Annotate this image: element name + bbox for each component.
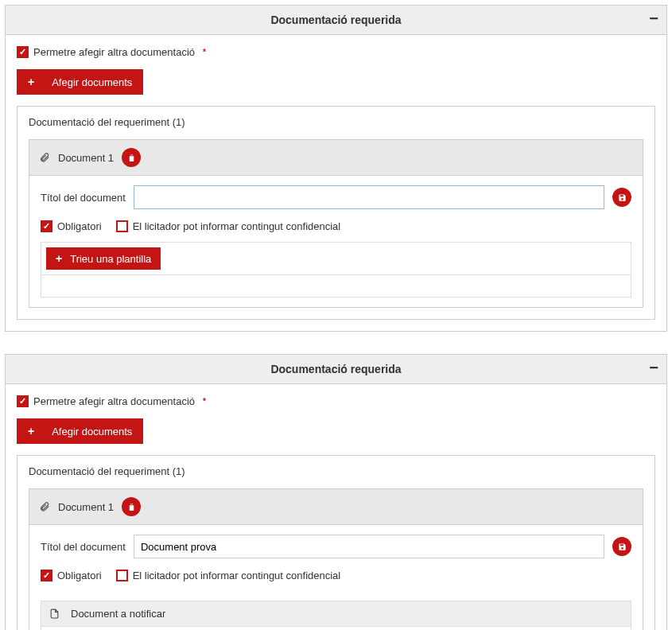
document-name: Document 1	[58, 501, 114, 513]
panel-header: Documentació requerida −	[6, 6, 666, 35]
confidential-checkbox[interactable]	[116, 570, 128, 581]
collapse-icon[interactable]: −	[649, 10, 658, 26]
delete-document-button[interactable]	[122, 148, 141, 167]
confidential-label: El licitador pot informar contingut conf…	[133, 220, 341, 232]
requirement-docs-subpanel: Documentació del requeriment (1) Documen…	[17, 106, 655, 320]
notify-block: Document a notificar /5.3.pdf	[41, 601, 631, 630]
notify-file-row: /5.3.pdf	[41, 627, 631, 630]
delete-document-button[interactable]	[122, 497, 141, 516]
allow-other-row: Permetre afegir altra documentació *	[17, 46, 655, 58]
template-empty-row	[41, 274, 631, 297]
add-documents-label: Afegir documents	[52, 426, 132, 438]
plus-icon: +	[28, 425, 34, 438]
title-label: Títol del document	[41, 541, 126, 553]
title-field-row: Títol del document	[41, 185, 631, 209]
notify-header: Document a notificar	[41, 601, 631, 627]
confidential-option: El licitador pot informar contingut conf…	[116, 220, 341, 232]
document-card: Document 1 Títol del document	[29, 139, 643, 308]
options-row: Obligatori El licitador pot informar con…	[41, 220, 631, 232]
title-label: Títol del document	[41, 192, 126, 204]
mandatory-option: Obligatori	[41, 570, 102, 581]
title-input[interactable]	[134, 185, 604, 209]
required-asterisk: *	[203, 397, 206, 406]
plus-icon: +	[28, 76, 34, 88]
requirement-docs-label: Documentació del requeriment (1)	[17, 107, 655, 139]
title-input[interactable]	[134, 535, 604, 558]
panel-body: Permetre afegir altra documentació * + A…	[6, 384, 666, 630]
panel-title: Documentació requerida	[270, 14, 401, 26]
mandatory-checkbox[interactable]	[41, 220, 52, 232]
document-body: Títol del document Obligatori	[29, 525, 643, 601]
panel-title: Documentació requerida	[270, 363, 401, 375]
allow-other-label: Permetre afegir altra documentació	[33, 46, 195, 58]
mandatory-label: Obligatori	[57, 220, 102, 232]
mandatory-checkbox[interactable]	[41, 570, 52, 581]
document-name: Document 1	[58, 152, 114, 164]
choose-template-label: Trieu una plantilla	[70, 253, 151, 265]
confidential-label: El licitador pot informar contingut conf…	[133, 570, 341, 581]
required-docs-panel: Documentació requerida − Permetre afegir…	[5, 5, 667, 332]
add-documents-button[interactable]: + Afegir documents	[17, 69, 143, 95]
collapse-icon[interactable]: −	[649, 360, 658, 375]
document-card: Document 1 Títol del document	[29, 488, 643, 630]
requirement-docs-subpanel: Documentació del requeriment (1) Documen…	[17, 455, 655, 630]
add-documents-button[interactable]: + Afegir documents	[17, 418, 143, 444]
file-icon	[49, 609, 60, 619]
choose-template-button[interactable]: + Trieu una plantilla	[46, 247, 161, 270]
confidential-checkbox[interactable]	[116, 220, 128, 232]
confidential-option: El licitador pot informar contingut conf…	[116, 570, 341, 581]
allow-other-checkbox[interactable]	[17, 46, 29, 58]
title-field-row: Títol del document	[41, 535, 631, 558]
plus-icon: +	[56, 252, 62, 265]
paperclip-icon	[39, 501, 50, 512]
template-block: + Trieu una plantilla	[41, 242, 631, 298]
allow-other-row: Permetre afegir altra documentació *	[17, 395, 655, 407]
document-card-header: Document 1	[29, 140, 643, 176]
add-documents-label: Afegir documents	[52, 76, 132, 88]
required-asterisk: *	[203, 48, 206, 56]
allow-other-checkbox[interactable]	[17, 395, 29, 407]
mandatory-option: Obligatori	[41, 220, 102, 232]
document-body: Títol del document Obligatori	[29, 176, 643, 307]
required-docs-panel: Documentació requerida − Permetre afegir…	[5, 354, 667, 630]
mandatory-label: Obligatori	[57, 570, 102, 581]
panel-body: Permetre afegir altra documentació * + A…	[6, 35, 666, 331]
paperclip-icon	[39, 152, 50, 163]
save-title-button[interactable]	[612, 188, 631, 207]
document-card-header: Document 1	[29, 489, 643, 525]
notify-header-label: Document a notificar	[71, 608, 165, 620]
requirement-docs-label: Documentació del requeriment (1)	[17, 456, 655, 488]
panel-header: Documentació requerida −	[6, 355, 666, 384]
save-title-button[interactable]	[612, 537, 631, 556]
allow-other-label: Permetre afegir altra documentació	[33, 395, 195, 407]
options-row: Obligatori El licitador pot informar con…	[41, 570, 631, 581]
